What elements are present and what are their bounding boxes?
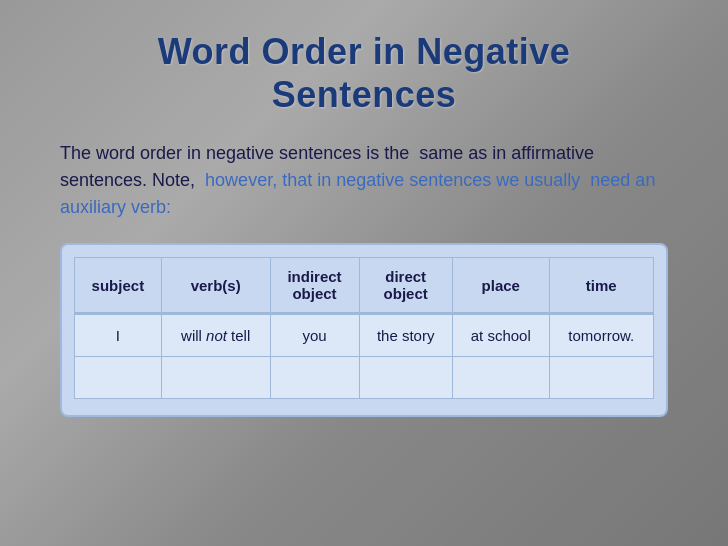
cell-time: tomorrow. xyxy=(549,315,653,357)
cell-verb-empty xyxy=(161,357,270,399)
cell-indirect-empty xyxy=(270,357,359,399)
col-header-indirect-object: indirectobject xyxy=(270,258,359,313)
word-order-table: subject verb(s) indirectobject directobj… xyxy=(74,257,654,399)
word-order-table-wrapper: subject verb(s) indirectobject directobj… xyxy=(60,243,668,417)
cell-place: at school xyxy=(452,315,549,357)
body-text: The word order in negative sentences is … xyxy=(60,140,668,221)
cell-direct-empty xyxy=(359,357,452,399)
cell-subject-empty xyxy=(75,357,162,399)
slide-title: Word Order in Negative Sentences xyxy=(158,30,570,116)
table-empty-row xyxy=(75,357,654,399)
cell-subject: I xyxy=(75,315,162,357)
slide: Word Order in Negative Sentences The wor… xyxy=(0,0,728,546)
cell-place-empty xyxy=(452,357,549,399)
cell-direct-object: the story xyxy=(359,315,452,357)
table-row: I will not tell you the story at school … xyxy=(75,315,654,357)
col-header-subject: subject xyxy=(75,258,162,313)
col-header-verb: verb(s) xyxy=(161,258,270,313)
col-header-time: time xyxy=(549,258,653,313)
cell-time-empty xyxy=(549,357,653,399)
cell-indirect-object: you xyxy=(270,315,359,357)
col-header-place: place xyxy=(452,258,549,313)
col-header-direct-object: directobject xyxy=(359,258,452,313)
cell-verb: will not tell xyxy=(161,315,270,357)
